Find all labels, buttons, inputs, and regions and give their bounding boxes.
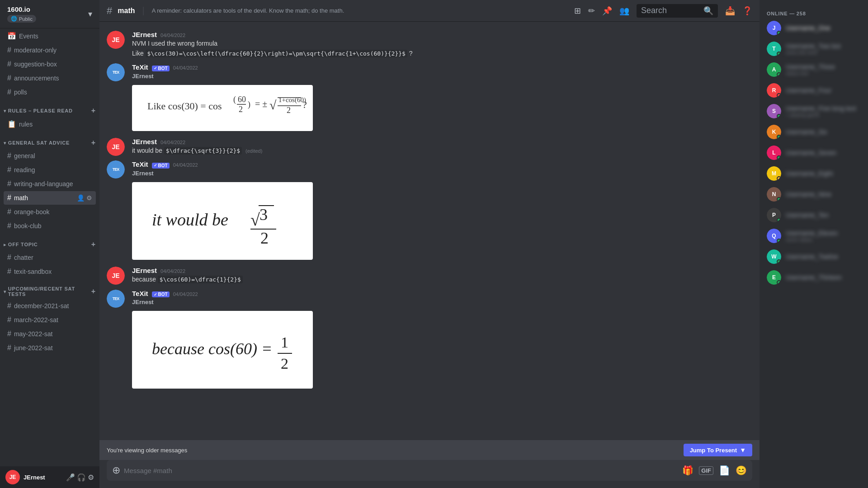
message-timestamp: 04/04/2022 [173,291,198,297]
message-username[interactable]: TeXit [132,63,148,71]
member-item[interactable]: J Username_One [763,18,864,38]
sidebar-item-label: writing-and-language [14,180,92,188]
member-item[interactable]: A Username_Three status text [763,60,864,80]
member-item[interactable]: W Username_Twelve [763,247,864,267]
message-username[interactable]: TeXit [132,290,148,297]
sidebar-item-orange-book[interactable]: # orange-book [4,205,96,219]
message-input[interactable] [124,462,679,479]
sidebar-item-book-club[interactable]: # book-club [4,219,96,233]
gift-icon[interactable]: 🎁 [682,465,693,476]
hash-icon: # [7,88,11,96]
message-username[interactable]: JErnest [132,267,157,274]
member-extra: status text [786,70,835,76]
sidebar-item-label: book-club [14,222,92,230]
headphones-icon[interactable]: 🎧 [77,473,86,482]
message-header: TeXit ✓ BOT 04/04/2022 [132,63,752,71]
events-icon: 📅 [7,32,16,40]
member-avatar: K [767,125,781,139]
svg-text:= ±: = ± [255,99,267,109]
category-add-icon[interactable]: + [91,139,96,147]
channel-hash-icon: # [107,5,112,17]
add-attachment-button[interactable]: ⊕ [112,460,120,481]
inbox-icon[interactable]: 📥 [725,6,735,16]
svg-text:it would be: it would be [152,210,228,229]
svg-text:60: 60 [238,95,246,104]
main-content: # math | A reminder: calculators are too… [99,0,760,488]
category-off-topic[interactable]: ▸ OFF TOPIC + [0,233,99,250]
member-name: Username_Eleven [786,230,838,237]
gif-icon[interactable]: GIF [699,466,713,475]
sidebar-item-label: reading [14,166,92,174]
member-item[interactable]: N Username_Nine [763,184,864,204]
server-dropdown-icon[interactable]: ▾ [88,9,92,19]
server-header[interactable]: 1600.io 🌐 Public ▾ [0,0,99,28]
sidebar-item-announcements[interactable]: # announcements [4,71,96,85]
member-item[interactable]: R Username_Four [763,80,864,100]
gear-icon[interactable]: ⚙ [86,194,92,202]
sidebar-item-label: june-2022-sat [14,344,92,352]
hash-icon: # [7,253,11,262]
message-username[interactable]: JErnest [132,138,157,145]
edit-icon[interactable]: ✏ [588,6,595,16]
sidebar-item-math[interactable]: # math 👤 ⚙ [4,191,96,205]
category-add-icon[interactable]: + [91,240,96,249]
sidebar-item-moderator-only[interactable]: # moderator-only [4,43,96,57]
threads-icon[interactable]: ⊞ [574,6,581,16]
avatar-img: TEX [107,63,125,81]
jump-to-present-button[interactable]: Jump To Present ▼ [684,444,752,456]
sidebar-item-reading[interactable]: # reading [4,163,96,177]
status-online-dot [777,31,781,35]
sidebar-item-writing-and-language[interactable]: # writing-and-language [4,177,96,191]
older-messages-text: You're viewing older messages [107,447,187,454]
category-add-icon[interactable]: + [91,287,96,296]
sidebar-item-label: Events [19,33,92,40]
sidebar-item-texit-sandbox[interactable]: # texit-sandbox [4,265,96,278]
member-avatar: W [767,249,781,264]
sidebar-item-december-2021-sat[interactable]: # december-2021-sat [4,299,96,313]
member-settings-icon[interactable]: 👤 [77,194,85,202]
avatar: TEX [107,63,125,81]
emoji-icon[interactable]: 😊 [736,465,747,476]
member-item[interactable]: E Username_Thirteen [763,267,864,287]
pin-icon[interactable]: 📌 [602,6,612,16]
help-icon[interactable]: ❓ [742,6,752,16]
search-box[interactable]: Search 🔍 [637,4,718,18]
category-rules[interactable]: ▾ RULES – PLEASE READ + [0,99,99,117]
microphone-icon[interactable]: 🎤 [66,473,75,482]
sidebar-item-general[interactable]: # general [4,149,96,163]
message-username[interactable]: JErnest [132,31,157,38]
hash-icon: # [7,46,11,54]
member-item[interactable]: M Username_Eight [763,164,864,183]
sidebar-item-may-2022-sat[interactable]: # may-2022-sat [4,327,96,341]
verified-icon: ✓ [154,163,157,168]
category-upcoming-tests[interactable]: ▾ UPCOMING/RECENT SAT TESTS + [0,279,99,299]
member-avatar: S [767,104,781,118]
messages-area[interactable]: JE JErnest 04/04/2022 NVM I used the wro… [99,22,760,440]
svg-text:Like cos(30) = cos: Like cos(30) = cos [147,100,222,112]
member-item[interactable]: Q Username_Eleven some status [763,226,864,246]
member-item[interactable]: K Username_Six [763,122,864,142]
channel-header: # math | A reminder: calculators are too… [99,0,760,22]
member-item[interactable]: S Username_Five long text + playing game [763,101,864,121]
sidebar-item-suggestion-box[interactable]: # suggestion-box [4,57,96,71]
member-item[interactable]: L Username_Seven [763,143,864,163]
sidebar-item-june-2022-sat[interactable]: # june-2022-sat [4,341,96,355]
sidebar-item-rules[interactable]: 📋 rules [4,117,96,131]
sidebar-item-chatter[interactable]: # chatter [4,251,96,264]
sidebar-item-events[interactable]: 📅 Events [4,29,96,43]
sidebar-item-label: orange-book [14,208,92,216]
member-item[interactable]: P Username_Ten [763,205,864,225]
category-general-sat[interactable]: ▾ GENERAL SAT ADVICE + [0,131,99,149]
members-icon[interactable]: 👥 [619,6,629,16]
sidebar-item-march-2022-sat[interactable]: # march-2022-sat [4,313,96,327]
category-add-icon[interactable]: + [91,107,96,115]
sticker-icon[interactable]: 📄 [719,465,730,476]
settings-icon[interactable]: ⚙ [88,473,94,482]
sidebar-item-polls[interactable]: # polls [4,85,96,99]
member-item[interactable]: T Username_Two bot extra info here [763,39,864,59]
hash-icon: # [7,152,11,160]
message-username[interactable]: TeXit [132,160,148,168]
jump-arrow-icon: ▼ [740,446,746,454]
category-label-text: OFF TOPIC [8,242,38,247]
header-divider: | [142,5,144,16]
